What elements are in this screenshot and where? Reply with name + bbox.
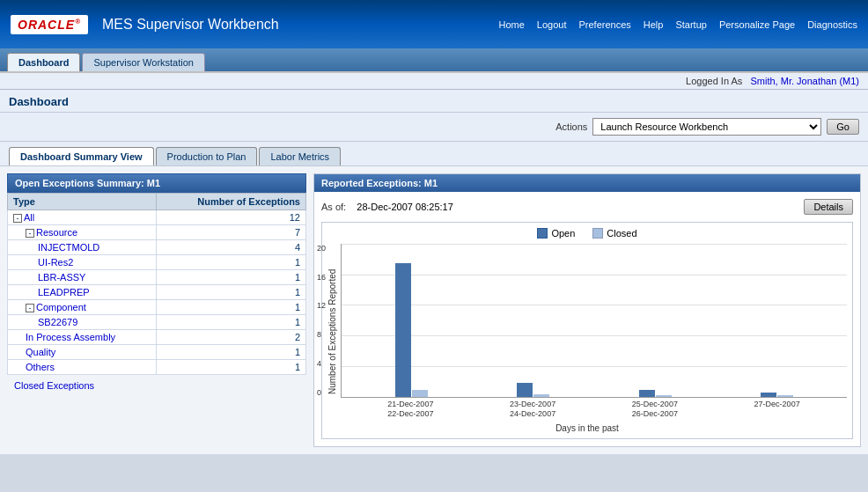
x-label-1: 23-Dec-200724-Dec-2007 — [510, 400, 555, 420]
actions-bar: Actions Launch Resource Workbench Go — [0, 113, 868, 142]
bars-row — [342, 244, 847, 397]
page-title: Dashboard — [9, 95, 859, 108]
tab-dashboard[interactable]: Dashboard — [7, 53, 80, 71]
expand-icon-0[interactable]: - — [13, 214, 22, 223]
oracle-logo: ORACLE® — [11, 15, 88, 34]
main-content: Open Exceptions Summary: M1 Type Number … — [0, 166, 868, 454]
details-button[interactable]: Details — [804, 199, 853, 215]
exception-link-0[interactable]: All — [24, 212, 34, 223]
exception-link-5[interactable]: LEADPREP — [38, 287, 90, 297]
nav-logout[interactable]: Logout — [537, 19, 567, 30]
bar-closed-1 — [533, 394, 549, 397]
x-label-0: 21-Dec-200722-Dec-2007 — [387, 400, 433, 420]
bar-open-0 — [395, 263, 411, 397]
sub-tab-production-to-plan[interactable]: Production to Plan — [156, 147, 258, 165]
y-label-0: 0 — [317, 388, 326, 397]
app-title: MES Supervisor Workbench — [102, 17, 279, 33]
actions-dropdown[interactable]: Launch Resource Workbench — [592, 118, 821, 136]
x-axis-title: Days in the past — [327, 423, 847, 433]
x-labels: 21-Dec-200722-Dec-200723-Dec-200724-Dec-… — [341, 400, 847, 420]
y-axis-label: Number of Exceptions Reported — [327, 244, 337, 420]
sub-tab-dashboard-summary[interactable]: Dashboard Summary View — [9, 147, 154, 165]
bar-open-1 — [517, 383, 533, 397]
bar-closed-3 — [777, 395, 793, 397]
go-button[interactable]: Go — [827, 119, 859, 135]
nav-startup[interactable]: Startup — [675, 19, 706, 30]
closed-exceptions-link: Closed Exceptions — [7, 375, 306, 396]
logged-in-bar: Logged In As Smith, Mr. Jonathan (M1) — [0, 73, 868, 90]
right-panel-title-text: Reported Exceptions: M1 — [321, 178, 438, 188]
y-label-12: 12 — [317, 301, 326, 310]
sub-tab-labor-metrics[interactable]: Labor Metrics — [259, 147, 341, 165]
exception-link-7[interactable]: SB22679 — [38, 317, 77, 327]
y-label-20: 20 — [317, 244, 326, 253]
nav-home[interactable]: Home — [499, 19, 525, 30]
bar-closed-0 — [412, 390, 428, 397]
exception-link-4[interactable]: LBR-ASSY — [38, 272, 85, 283]
exception-link-3[interactable]: UI-Res2 — [38, 257, 73, 268]
x-label-3: 27-Dec-2007 — [754, 400, 800, 420]
as-of-row: As of: 28-Dec-2007 08:25:17 Details — [321, 199, 853, 215]
left-panel: Open Exceptions Summary: M1 Type Number … — [7, 173, 306, 447]
header-nav: Home Logout Preferences Help Startup Per… — [499, 19, 858, 30]
expand-icon-6[interactable]: - — [26, 304, 34, 312]
y-label-16: 16 — [317, 273, 326, 282]
actions-label: Actions — [555, 121, 587, 132]
bar-open-2 — [639, 390, 655, 397]
chart-grid: 20 16 12 8 4 0 — [341, 244, 847, 398]
exception-link-2[interactable]: INJECTMOLD — [38, 242, 99, 253]
tab-supervisor-workstation[interactable]: Supervisor Workstation — [82, 53, 205, 71]
col-type: Type — [8, 194, 157, 210]
bar-group-3 — [761, 393, 793, 397]
legend-open-color — [537, 228, 548, 239]
as-of-info: As of: 28-Dec-2007 08:25:17 — [321, 202, 453, 212]
y-label-8: 8 — [317, 330, 326, 339]
exceptions-table: Type Number of Exceptions -All12-Resourc… — [7, 193, 306, 375]
bar-group-0 — [395, 263, 428, 397]
exception-link-1[interactable]: Resource — [36, 227, 77, 238]
logged-in-label: Logged In As — [686, 76, 742, 86]
nav-preferences[interactable]: Preferences — [579, 19, 631, 30]
col-number: Number of Exceptions — [157, 194, 306, 210]
sub-tabs: Dashboard Summary View Production to Pla… — [0, 142, 868, 166]
bar-group-1 — [517, 383, 549, 397]
exception-link-8[interactable]: In Process Assembly — [26, 332, 115, 342]
chart-legend: Open Closed — [327, 228, 847, 239]
nav-personalize-page[interactable]: Personalize Page — [719, 19, 795, 30]
right-panel-content: As of: 28-Dec-2007 08:25:17 Details Open… — [314, 192, 860, 446]
bar-group-2 — [639, 390, 672, 397]
as-of-label: As of: — [321, 202, 346, 212]
legend-closed-label: Closed — [607, 228, 636, 239]
legend-open: Open — [537, 228, 575, 239]
right-panel: Reported Exceptions: M1 As of: 28-Dec-20… — [313, 173, 861, 447]
chart-area: Open Closed Number of Exceptions Reporte… — [321, 222, 853, 439]
as-of-value: 28-Dec-2007 08:25:17 — [357, 202, 452, 212]
bar-open-3 — [761, 393, 776, 397]
page-title-bar: Dashboard — [0, 90, 868, 113]
legend-closed-color — [592, 228, 603, 239]
header: ORACLE® MES Supervisor Workbench Home Lo… — [0, 0, 868, 48]
logged-in-user: Smith, Mr. Jonathan (M1) — [751, 76, 860, 86]
expand-icon-1[interactable]: - — [26, 229, 34, 238]
nav-help[interactable]: Help — [644, 19, 664, 30]
nav-diagnostics[interactable]: Diagnostics — [807, 19, 857, 30]
closed-exceptions-anchor[interactable]: Closed Exceptions — [14, 380, 94, 391]
header-left: ORACLE® MES Supervisor Workbench — [11, 15, 279, 34]
y-labels: 20 16 12 8 4 0 — [317, 244, 326, 397]
chart-container: Number of Exceptions Reported 20 16 12 8… — [327, 244, 847, 420]
right-panel-title: Reported Exceptions: M1 — [314, 174, 860, 192]
exception-link-10[interactable]: Others — [26, 362, 55, 372]
x-label-2: 25-Dec-200726-Dec-2007 — [632, 400, 678, 420]
legend-closed: Closed — [592, 228, 636, 239]
exception-link-9[interactable]: Quality — [26, 347, 55, 357]
left-panel-title: Open Exceptions Summary: M1 — [7, 173, 306, 193]
chart-inner: 20 16 12 8 4 0 — [341, 244, 847, 420]
bar-closed-2 — [656, 395, 672, 397]
exception-link-6[interactable]: Component — [36, 302, 86, 312]
legend-open-label: Open — [551, 228, 575, 239]
tab-bar: Dashboard Supervisor Workstation — [0, 48, 868, 73]
y-label-4: 4 — [317, 359, 326, 368]
